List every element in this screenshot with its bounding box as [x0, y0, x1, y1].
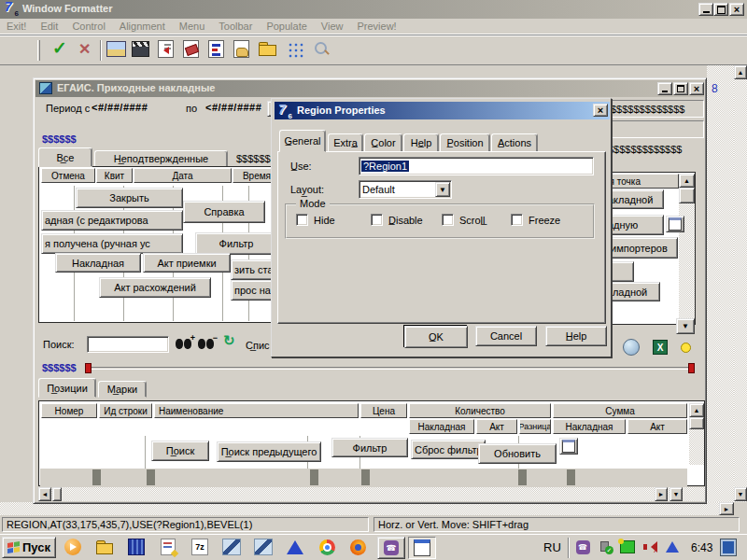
grid-dots-icon[interactable] [287, 41, 303, 58]
filter-button-2[interactable]: Фильтр [331, 438, 408, 457]
field-handle[interactable] [310, 469, 318, 485]
app-vscrollbar[interactable]: ▲ ▼ [734, 65, 747, 502]
combo-dropdown-icon[interactable]: ▼ [676, 318, 695, 334]
usb-icon[interactable]: ✓ [598, 539, 613, 554]
refresh-button[interactable]: Обновить [478, 443, 557, 464]
app-maximize-button[interactable] [713, 3, 728, 16]
folder-icon[interactable] [259, 42, 276, 55]
egais-minimize-button[interactable] [657, 82, 672, 95]
clock[interactable]: 6:43 [691, 541, 712, 554]
window-formatter-taskbar-button[interactable] [408, 537, 436, 559]
eraser-icon[interactable] [183, 40, 199, 58]
right-button-1[interactable]: акладной [604, 189, 664, 209]
disable-checkbox[interactable] [371, 214, 383, 226]
language-indicator[interactable]: RU [543, 540, 561, 554]
clapperboard-icon[interactable] [132, 41, 149, 57]
app-close-button[interactable]: × [729, 3, 744, 16]
menu-control[interactable]: Control [72, 21, 105, 32]
daemon-tools-icon[interactable] [286, 538, 304, 556]
group-sum[interactable]: Сумма [553, 403, 687, 418]
field-handle[interactable] [518, 469, 527, 485]
dialog-tab-position[interactable]: P̲osition [440, 133, 490, 152]
tab-marks[interactable]: М̲арки [98, 381, 147, 398]
menu-toolbar[interactable]: Toolbar [218, 21, 252, 32]
discrepancy-act-button[interactable]: Акт расхождений [99, 277, 211, 298]
chevron-down-icon[interactable]: ▼ [435, 182, 450, 197]
toolbar-handle[interactable] [37, 40, 40, 61]
search-button[interactable]: П̲оиск [151, 441, 209, 461]
col-qty-act[interactable]: Акт [476, 419, 517, 434]
dialog-tab-color[interactable]: C̲olor [364, 133, 402, 152]
menu-edit[interactable]: Edit [40, 21, 58, 32]
dialog-tab-general[interactable]: G̲eneral [279, 130, 326, 152]
scroll-checkbox-label[interactable]: Scroll̲ [459, 215, 486, 226]
right-button-5[interactable]: кладной [604, 282, 660, 301]
list-link[interactable]: С̲пис [246, 340, 270, 351]
dialog-tab-extra[interactable]: Extra̲ [328, 133, 363, 152]
group-quantity[interactable]: Количество [409, 403, 551, 418]
positions-grid[interactable]: Номер Ид строки Наименование Цена Количе… [38, 400, 705, 486]
right-list-vscrollbar[interactable]: ▲ [679, 174, 695, 324]
picture-icon[interactable] [106, 41, 126, 57]
menu-preview[interactable]: Preview! [357, 21, 396, 32]
cancel-button[interactable]: Cancel [475, 326, 537, 346]
scroll-right-icon[interactable]: ► [719, 502, 734, 515]
menu-populate[interactable]: Populate [266, 21, 306, 32]
scroll-thumb[interactable] [679, 188, 695, 203]
col-qty-invoice[interactable]: Накладная [409, 419, 474, 434]
close-button[interactable]: Закрыть [76, 188, 183, 208]
tab-positions[interactable]: П̲озиции [38, 378, 96, 398]
col-header-date[interactable]: Дата [134, 168, 232, 183]
window-tool-icon[interactable] [666, 216, 684, 232]
col-header-cancel[interactable]: Отмена [41, 168, 95, 183]
dialog-tab-help[interactable]: He̲lp [403, 133, 439, 152]
region-handle-right[interactable] [688, 363, 695, 373]
dialog-close-icon[interactable]: × [593, 104, 608, 117]
dialog-tab-actions[interactable]: A̲ctions [491, 133, 538, 152]
scroll-checkbox[interactable] [442, 214, 454, 226]
excel-icon[interactable]: X [653, 340, 668, 355]
disable-checkbox-label[interactable]: D̲isable [388, 215, 423, 226]
scroll-left-icon[interactable]: ◄ [38, 487, 51, 501]
menu-menu[interactable]: Menu [179, 21, 205, 32]
volume-icon[interactable]: ) [642, 539, 657, 554]
refresh-icon[interactable]: ↻ [223, 332, 235, 349]
chrome-icon[interactable] [317, 538, 336, 556]
scroll-up-icon[interactable]: ▲ [679, 174, 695, 188]
right-button-2[interactable]: адную [604, 215, 664, 235]
cancel-icon[interactable]: ✕ [78, 40, 91, 58]
layout-select[interactable]: Default ▼ [359, 180, 452, 199]
scroll-thumb[interactable] [689, 417, 704, 429]
invoice-button[interactable]: Накладная [55, 253, 141, 273]
col-price[interactable]: Цена [360, 403, 407, 418]
field-handle[interactable] [92, 469, 101, 485]
report-icon[interactable] [158, 40, 174, 58]
col-sum-invoice[interactable]: Накладная [553, 419, 626, 434]
col-number[interactable]: Номер [41, 403, 97, 418]
catalog-icon[interactable] [127, 538, 146, 556]
period-from-mask[interactable]: <#/##/#### [92, 102, 148, 113]
scroll-down-icon[interactable]: ▼ [669, 487, 683, 501]
grid2-vscrollbar[interactable]: ▲ [689, 403, 704, 465]
search-prev-button[interactable]: П̲оиск предыдущего [217, 441, 321, 462]
window-tool-icon[interactable] [559, 438, 578, 455]
find-next-icon[interactable]: + [175, 337, 193, 350]
use-input[interactable]: ?Region1 [359, 157, 594, 175]
search-input[interactable] [87, 336, 169, 353]
field-handle[interactable] [147, 469, 155, 485]
invoice-edit-button[interactable]: адная (с редактирова [41, 210, 183, 231]
network-icon[interactable] [620, 539, 635, 554]
field-handle[interactable] [567, 469, 575, 485]
monitor-icon[interactable] [721, 539, 736, 554]
zoom-icon[interactable] [314, 41, 331, 58]
egais-hscrollbar[interactable]: ◄ ► ▼ [38, 487, 705, 501]
filter-button[interactable]: Фильтр [195, 232, 277, 255]
app-minimize-button[interactable] [698, 3, 713, 16]
start-button[interactable]: Пуск [2, 537, 56, 558]
check-icon[interactable]: ✓ [52, 37, 67, 59]
tab-all[interactable]: В̲се [38, 147, 92, 167]
filter-reset-button[interactable]: Сброс фильтра [411, 440, 486, 459]
scroll-thumb[interactable] [52, 487, 62, 501]
firefox-icon[interactable] [348, 538, 367, 556]
region-divider[interactable] [92, 367, 694, 370]
